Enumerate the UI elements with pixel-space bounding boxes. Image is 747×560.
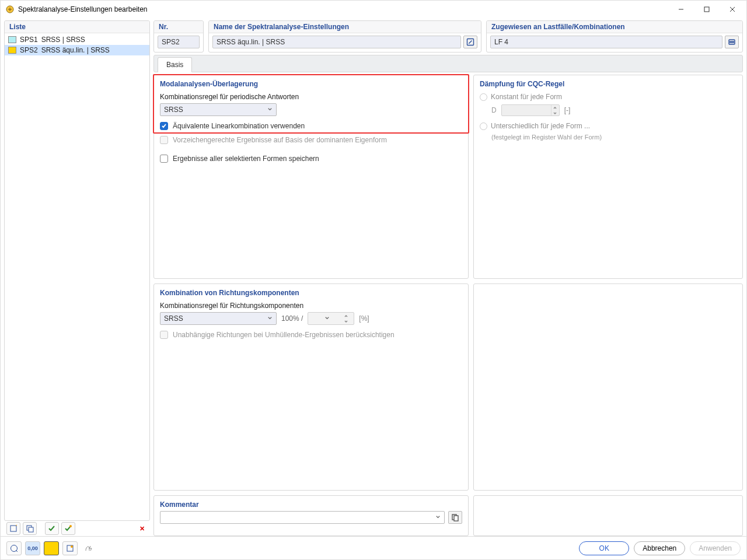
- chevron-down-icon: [324, 314, 330, 323]
- spinner[interactable]: [551, 105, 559, 116]
- group-empty-2: [473, 495, 743, 536]
- group-title: Kombination von Richtungskomponenten: [160, 289, 462, 297]
- damping-d-row: D [-]: [491, 104, 736, 116]
- name-header: Name der Spektralanalyse-Einstellungen: [209, 21, 481, 33]
- save-results-checkbox-row[interactable]: Ergebnisse aller selektierten Formen spe…: [160, 155, 462, 163]
- independent-directions-checkbox-row[interactable]: Unabhängige Richtungen bei Umhüllende-Er…: [160, 331, 462, 339]
- nr-header: Nr.: [154, 21, 203, 33]
- spin-up-icon[interactable]: [551, 105, 559, 110]
- comment-combo[interactable]: [160, 511, 445, 524]
- list-id: SPS2: [20, 46, 38, 54]
- name-panel: Name der Spektralanalyse-Einstellungen S…: [208, 20, 481, 52]
- list-swatch: [8, 47, 16, 54]
- ok-button[interactable]: OK: [579, 541, 629, 555]
- content-area: Liste SPS1 SRSS | SRSS SPS2 SRSS äqu.lin…: [1, 18, 746, 536]
- info-button[interactable]: [62, 541, 78, 555]
- group-directional: Kombination von Richtungskomponenten Kom…: [153, 284, 469, 491]
- radio-icon: [480, 93, 487, 101]
- svg-rect-4: [29, 527, 33, 532]
- direction-rule-label: Kombinationsregel für Richtungskomponent…: [160, 302, 462, 310]
- svg-point-12: [71, 545, 73, 548]
- delete-button[interactable]: ✕: [136, 522, 148, 535]
- assigned-header: Zugewiesen an Lastfälle/Kombinationen: [487, 21, 742, 33]
- damping-d-input[interactable]: [501, 104, 560, 116]
- damping-different-option[interactable]: Unterschiedlich für jede Form ...: [480, 122, 736, 130]
- chevron-down-icon: [435, 513, 441, 522]
- list-label: SRSS | SRSS: [41, 36, 85, 44]
- group-title: Dämpfung für CQC-Regel: [480, 80, 736, 88]
- list-item[interactable]: SPS1 SRSS | SRSS: [5, 34, 149, 45]
- group-damping: Dämpfung für CQC-Regel Konstant für jede…: [473, 75, 743, 279]
- group-title: Kommentar: [160, 501, 462, 509]
- close-button[interactable]: [720, 1, 745, 18]
- periodic-rule-label: Kombinationsregel für periodische Antwor…: [160, 93, 462, 101]
- group-empty: [473, 284, 743, 491]
- assigned-details-button[interactable]: [725, 36, 739, 48]
- nr-input[interactable]: SPS2: [158, 36, 200, 48]
- minimize-button[interactable]: [668, 1, 694, 18]
- damping-different-note: (festgelegt im Register Wahl der Form): [491, 134, 736, 141]
- app-icon: [5, 5, 15, 14]
- chevron-down-icon: [267, 314, 273, 323]
- new-button[interactable]: [6, 522, 20, 535]
- periodic-rule-select[interactable]: SRSS: [160, 103, 277, 116]
- group-modal-superposition: Modalanalysen-Überlagerung Kombinationsr…: [153, 75, 469, 279]
- list-swatch: [8, 36, 16, 43]
- spin-down-icon[interactable]: [551, 110, 559, 116]
- assigned-panel: Zugewiesen an Lastfälle/Kombinationen LF…: [486, 20, 743, 52]
- svg-rect-7: [729, 40, 735, 44]
- list-id: SPS1: [20, 36, 38, 44]
- bottom-bar: 0,00 OK Abbrechen Anwenden: [1, 536, 746, 559]
- pct-prefix: 100% /: [281, 314, 303, 323]
- svg-rect-2: [11, 526, 16, 531]
- damping-constant-option[interactable]: Konstant für jede Form: [480, 93, 736, 101]
- maximize-button[interactable]: [694, 1, 720, 18]
- tabs-strip: Basis: [153, 55, 743, 72]
- pct-unit: [%]: [359, 314, 369, 323]
- function-button[interactable]: [81, 541, 96, 555]
- assigned-input[interactable]: LF 4: [490, 36, 722, 48]
- copy-button[interactable]: [23, 522, 37, 535]
- signed-results-checkbox-row[interactable]: Vorzeichengerechte Ergebnisse auf Basis …: [160, 136, 462, 144]
- checkbox-checked-icon: [160, 122, 168, 130]
- checkbox-unchecked-icon: [160, 155, 168, 163]
- equiv-linear-checkbox-row[interactable]: Äquivalente Linearkombination verwenden: [160, 122, 462, 130]
- name-input[interactable]: SRSS äqu.lin. | SRSS: [212, 36, 461, 48]
- check-all-button[interactable]: [45, 522, 59, 535]
- checkbox-unchecked-icon: [160, 331, 168, 339]
- list-panel: Liste SPS1 SRSS | SRSS SPS2 SRSS äqu.lin…: [4, 20, 150, 521]
- direction-rule-select[interactable]: SRSS: [160, 312, 277, 325]
- help-button[interactable]: [6, 541, 22, 555]
- cancel-button[interactable]: Abbrechen: [634, 541, 685, 555]
- svg-rect-9: [454, 516, 458, 521]
- spinner: [342, 313, 350, 324]
- list-header: Liste: [5, 21, 149, 33]
- list-item[interactable]: SPS2 SRSS äqu.lin. | SRSS: [5, 45, 149, 55]
- tab-basis[interactable]: Basis: [158, 57, 192, 72]
- group-title: Modalanalysen-Überlagerung: [160, 80, 462, 88]
- list-label: SRSS äqu.lin. | SRSS: [41, 46, 110, 54]
- list-body: SPS1 SRSS | SRSS SPS2 SRSS äqu.lin. | SR…: [5, 33, 149, 520]
- groups-grid: Modalanalysen-Überlagerung Kombinationsr…: [153, 75, 743, 536]
- svg-rect-1: [704, 7, 709, 12]
- d-label: D: [491, 106, 497, 114]
- color-button[interactable]: [44, 541, 59, 555]
- chevron-down-icon: [267, 106, 273, 114]
- pct-select: [308, 312, 354, 325]
- window-title: Spektralanalyse-Einstellungen bearbeiten: [18, 5, 668, 13]
- d-unit: [-]: [564, 106, 571, 114]
- nr-panel: Nr. SPS2: [153, 20, 204, 52]
- comment-pick-button[interactable]: [448, 511, 462, 524]
- dialog-window: Spektralanalyse-Einstellungen bearbeiten…: [0, 0, 747, 560]
- right-column: Nr. SPS2 Name der Spektralanalyse-Einste…: [153, 20, 743, 536]
- apply-button[interactable]: Anwenden: [690, 541, 741, 555]
- units-button[interactable]: 0,00: [25, 541, 40, 555]
- uncheck-all-button[interactable]: [61, 522, 75, 535]
- group-comment: Kommentar: [153, 495, 469, 536]
- rename-button[interactable]: [463, 36, 477, 48]
- left-column: Liste SPS1 SRSS | SRSS SPS2 SRSS äqu.lin…: [4, 20, 150, 536]
- titlebar: Spektralanalyse-Einstellungen bearbeiten: [1, 1, 746, 18]
- svg-point-5: [69, 525, 72, 527]
- header-fields-row: Nr. SPS2 Name der Spektralanalyse-Einste…: [153, 20, 743, 52]
- checkbox-unchecked-icon: [160, 136, 168, 144]
